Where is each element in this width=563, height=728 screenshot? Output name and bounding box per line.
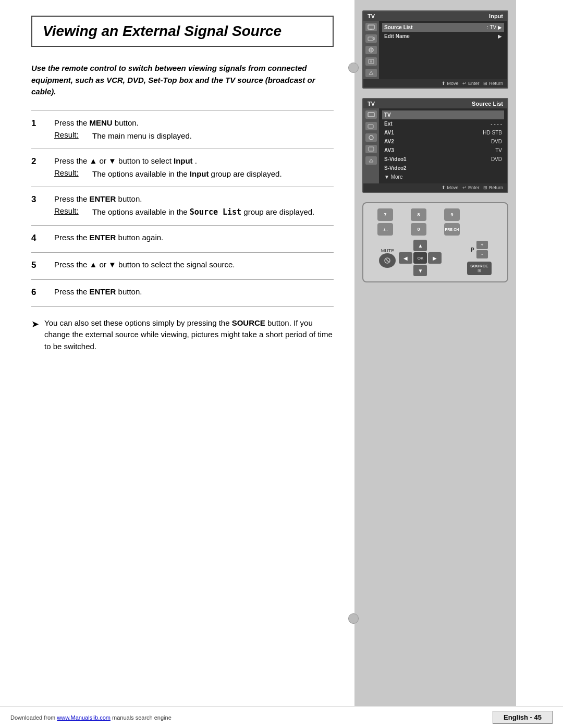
tv-menu-label-2: Source List: [472, 101, 503, 107]
source-value: DVD: [491, 139, 502, 144]
footer-return: ⊞ Return: [483, 81, 503, 86]
source-item-av3: AV3 TV: [382, 146, 504, 155]
source-item-svideo2: S-Video2: [382, 164, 504, 172]
footer-enter-2: ↵ Enter: [462, 185, 479, 190]
note-arrow-icon: ➤: [31, 318, 39, 330]
footer-return-2: ⊞ Return: [483, 185, 503, 190]
tv-icon-3: [365, 46, 377, 54]
tv-footer-1: ⬆ Move ↵ Enter ⊞ Return: [363, 79, 507, 88]
table-row: 2 Press the ▲ or ▼ button to select Inpu…: [31, 149, 334, 187]
tv-footer-2: ⬆ Move ↵ Enter ⊞ Return: [363, 183, 507, 192]
svg-rect-0: [368, 25, 374, 29]
tv-menu-label: Input: [489, 13, 503, 19]
nav-down[interactable]: ▼: [413, 265, 427, 276]
tv-icon-5: [365, 69, 377, 77]
p-up-button[interactable]: +: [476, 241, 488, 249]
steps-table: 1 Press the MENU button. Result: The mai…: [31, 110, 334, 307]
remote-btn-8[interactable]: 8: [411, 208, 426, 221]
remote-btn-prech[interactable]: PRE-CH: [444, 223, 460, 236]
tv-icons-column-2: [363, 108, 379, 183]
step-instruction: Press the ENTER button.: [54, 287, 329, 296]
svg-rect-13: [369, 147, 374, 151]
registration-mark-bottom: [348, 613, 359, 624]
title-box: Viewing an External Signal Source: [31, 16, 334, 47]
menu-item-value: : TV ▶: [487, 24, 502, 30]
remote-btn-9[interactable]: 9: [444, 208, 460, 221]
tv-screen-input: TV Input: [362, 10, 508, 89]
remote-btn-0[interactable]: 0: [411, 223, 426, 236]
download-suffix: manuals search engine: [112, 714, 172, 721]
tv-menu-column: Source List : TV ▶ Edit Name ▶: [379, 21, 507, 79]
download-text: Downloaded from: [10, 714, 57, 721]
tv-icon-s3: [365, 133, 377, 142]
source-name: AV1: [384, 130, 394, 135]
source-item-more: ▼ More: [382, 172, 504, 181]
step-number: 3: [31, 187, 50, 225]
step-content: Press the ▲ or ▼ button to select Input …: [50, 149, 334, 187]
source-more: ▼ More: [384, 174, 402, 180]
tv-screen-source-list: TV Source List: [362, 98, 508, 193]
step-instruction: Press the ENTER button.: [54, 194, 329, 203]
nav-enter[interactable]: OK: [413, 252, 427, 264]
svg-rect-11: [368, 125, 373, 128]
svg-point-12: [369, 135, 373, 140]
step-result: Result: The options available in the Sou…: [54, 206, 329, 218]
source-item-tv: TV: [382, 110, 504, 119]
footer-enter: ↵ Enter: [462, 81, 479, 86]
right-sidebar: TV Input: [354, 0, 516, 728]
source-name: AV2: [384, 139, 394, 144]
tv-icon-4: [365, 57, 377, 66]
table-row: 5 Press the ▲ or ▼ button to select the …: [31, 252, 334, 279]
tv-channel-label-2: TV: [368, 101, 375, 107]
result-text: The options available in the Source List…: [92, 206, 314, 218]
mute-button[interactable]: [379, 253, 396, 268]
note-section: ➤ You can also set these options simply …: [31, 317, 334, 353]
svg-rect-7: [369, 59, 374, 64]
mute-label: MUTE: [381, 248, 395, 253]
result-text: The options available in the Input group…: [92, 168, 282, 179]
nav-left[interactable]: ◀: [399, 252, 412, 264]
source-value: TV: [495, 147, 502, 153]
tv-header-2: TV Source List: [363, 99, 507, 108]
table-row: 1 Press the MENU button. Result: The mai…: [31, 110, 334, 149]
table-row: 3 Press the ENTER button. Result: The op…: [31, 187, 334, 225]
source-item-av2: AV2 DVD: [382, 137, 504, 146]
step-result: Result: The options available in the Inp…: [54, 168, 329, 179]
step-content: Press the ENTER button again.: [50, 225, 334, 252]
step-number: 4: [31, 225, 50, 252]
tv-source-menu: TV Ext - - - - AV1 HD STB AV2 DVD: [379, 108, 507, 183]
source-value: - - - -: [491, 121, 502, 127]
tv-header-1: TV Input: [363, 11, 507, 21]
step-number: 5: [31, 252, 50, 279]
menu-item-source-list: Source List : TV ▶: [382, 23, 504, 32]
note-text: You can also set these options simply by…: [44, 317, 334, 353]
footer-download: Downloaded from www.Manualslib.com manua…: [10, 714, 172, 721]
step-number: 6: [31, 279, 50, 306]
result-label: Result:: [54, 130, 88, 139]
remote-btn-dash[interactable]: -/--: [377, 223, 393, 236]
table-row: 6 Press the ENTER button.: [31, 279, 334, 306]
tv-icon-s2: [365, 122, 377, 130]
source-item-ext: Ext - - - -: [382, 119, 504, 128]
step-content: Press the ENTER button.: [50, 279, 334, 306]
step-content: Press the ENTER button. Result: The opti…: [50, 187, 334, 225]
p-down-button[interactable]: -: [476, 250, 488, 258]
manualslib-link[interactable]: www.Manualslib.com: [57, 714, 111, 721]
source-name: S-Video2: [384, 165, 407, 171]
step-instruction: Press the ENTER button again.: [54, 233, 329, 242]
source-button[interactable]: SOURCE ⊞: [467, 262, 491, 275]
tv-icon-s4: [365, 145, 377, 153]
nav-up[interactable]: ▲: [413, 240, 427, 251]
step-instruction: Press the ▲ or ▼ button to select Input …: [54, 156, 329, 165]
source-value: HD STB: [483, 130, 502, 135]
remote-btn-7[interactable]: 7: [377, 208, 393, 221]
menu-item-edit-name: Edit Name ▶: [382, 32, 504, 41]
menu-item-name: Edit Name: [384, 33, 410, 39]
footer-move-2: ⬆ Move: [442, 185, 459, 190]
p-label: P: [471, 247, 474, 253]
step-content: Press the MENU button. Result: The main …: [50, 110, 334, 149]
page-wrapper: Viewing an External Signal Source Use th…: [0, 0, 563, 728]
nav-right[interactable]: ▶: [428, 252, 442, 264]
tv-icon-s5: [365, 156, 377, 165]
footer-move: ⬆ Move: [442, 81, 459, 86]
